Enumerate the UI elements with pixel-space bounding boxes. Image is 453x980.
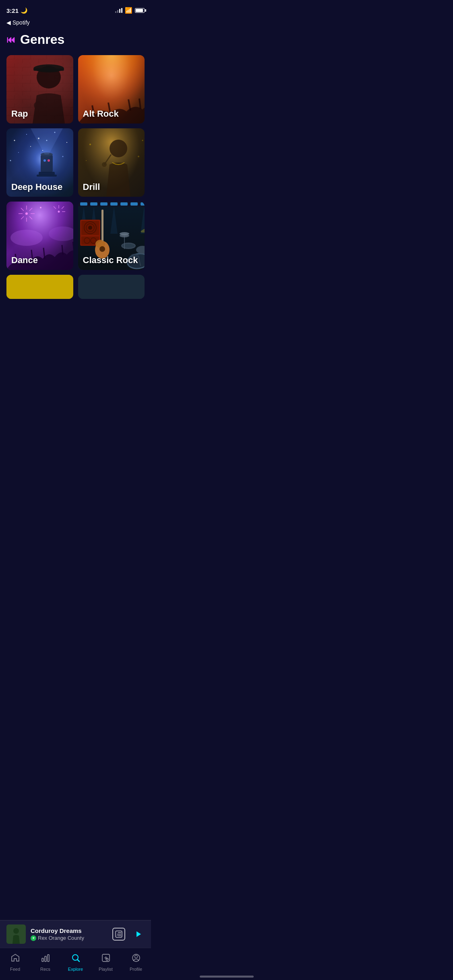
- svg-point-60: [40, 207, 41, 208]
- svg-rect-72: [100, 202, 108, 206]
- svg-line-66: [62, 245, 63, 255]
- genre-label-rap: Rap: [11, 109, 28, 119]
- wifi-icon: 📶: [125, 7, 132, 14]
- svg-rect-70: [80, 202, 87, 206]
- partial-card-left[interactable]: [6, 275, 73, 299]
- svg-point-55: [58, 211, 60, 213]
- genre-card-deep-house[interactable]: Deep House: [6, 128, 73, 197]
- back-nav[interactable]: ◀ Spotify: [0, 18, 151, 29]
- genre-label-classic-rock: Classic Rock: [83, 255, 138, 265]
- svg-rect-31: [41, 154, 53, 173]
- genre-label-drill: Drill: [83, 182, 100, 192]
- svg-point-27: [62, 156, 64, 157]
- back-nav-label: Spotify: [12, 19, 30, 26]
- svg-point-19: [26, 134, 27, 135]
- svg-point-44: [86, 160, 87, 161]
- status-bar: 3:21 🌙 📶: [0, 0, 151, 18]
- svg-point-61: [10, 230, 43, 246]
- genre-card-rap[interactable]: Rap: [6, 55, 73, 124]
- svg-rect-71: [90, 202, 97, 206]
- svg-point-28: [30, 146, 31, 147]
- status-icons: 📶: [115, 7, 145, 14]
- svg-point-43: [138, 156, 139, 157]
- genre-card-dance[interactable]: Dance: [6, 202, 73, 270]
- partial-card-right[interactable]: [78, 275, 145, 299]
- svg-rect-9: [33, 68, 64, 71]
- svg-point-88: [99, 246, 105, 252]
- svg-point-18: [14, 140, 15, 141]
- svg-point-99: [120, 232, 129, 235]
- svg-point-25: [10, 160, 11, 161]
- svg-point-35: [43, 159, 46, 162]
- genre-label-dance: Dance: [11, 255, 38, 265]
- svg-rect-107: [78, 275, 145, 299]
- battery-icon: [135, 8, 145, 13]
- back-arrow-icon: ◀: [6, 19, 11, 26]
- genre-grid: Rap: [0, 55, 151, 270]
- svg-point-41: [89, 144, 91, 145]
- svg-rect-33: [39, 172, 55, 175]
- svg-point-40: [102, 162, 107, 167]
- page-title: Genres: [20, 32, 64, 47]
- genre-card-classic-rock[interactable]: Classic Rock: [78, 202, 145, 270]
- svg-point-36: [48, 159, 50, 162]
- moon-icon: 🌙: [21, 7, 27, 14]
- svg-point-81: [88, 226, 92, 230]
- svg-rect-106: [6, 275, 73, 299]
- signal-icon: [115, 8, 122, 13]
- genre-card-alt-rock[interactable]: Alt Rock: [78, 55, 145, 124]
- svg-rect-75: [130, 202, 138, 206]
- page-header: ⏮ Genres: [0, 29, 151, 55]
- svg-point-46: [25, 212, 28, 215]
- svg-point-42: [142, 140, 143, 141]
- skip-back-icon[interactable]: ⏮: [6, 35, 15, 45]
- svg-rect-73: [110, 202, 118, 206]
- svg-point-22: [66, 142, 67, 143]
- genre-label-deep-house: Deep House: [11, 182, 62, 192]
- svg-rect-34: [37, 175, 57, 177]
- svg-rect-74: [120, 202, 128, 206]
- svg-point-23: [18, 152, 19, 153]
- svg-point-10: [34, 101, 43, 109]
- genre-card-drill[interactable]: Drill: [78, 128, 145, 197]
- partial-genre-row: [0, 270, 151, 299]
- genre-label-alt-rock: Alt Rock: [83, 109, 119, 119]
- svg-rect-76: [141, 202, 145, 206]
- svg-point-38: [110, 140, 127, 157]
- status-time: 3:21: [6, 7, 19, 14]
